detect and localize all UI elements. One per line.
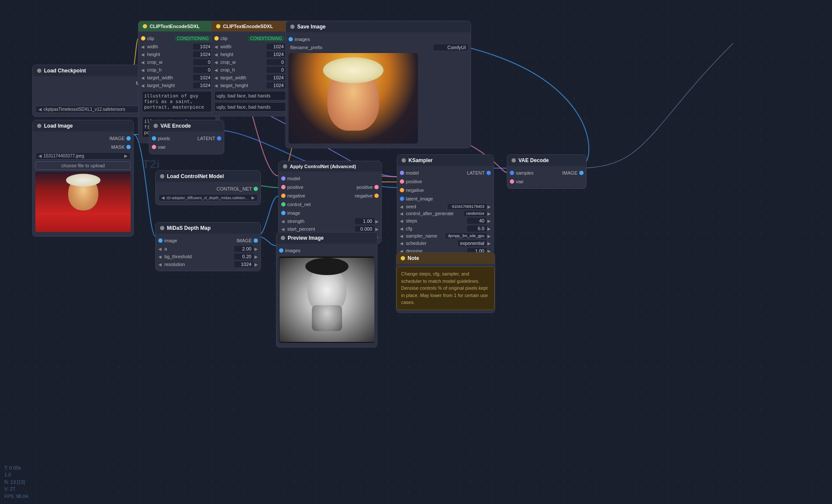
- filename-prefix-label: filename_prefix: [289, 45, 433, 50]
- checkpoint-filename: ckptpaxTimelessxlSDXL1_v12.safetensors: [44, 107, 151, 112]
- clip-output-label: CLIP: [35, 89, 153, 94]
- pixels-label: pixels: [158, 136, 186, 141]
- controlnet-filename: t2i-adapter_diffusers_xl_depth_midas.saf…: [166, 196, 250, 200]
- targetw-field-left: ◀ target_width 1024 ▶: [138, 74, 220, 81]
- filename-prefix-row: filename_prefix ComfyUI: [286, 44, 471, 51]
- note-dot: [401, 256, 405, 260]
- vae-encode-node: VAE Encode pixels LATENT vae: [149, 120, 224, 154]
- load-image-dot: [37, 124, 41, 128]
- save-image-title: Save Image: [297, 24, 326, 30]
- note-body: Change steps, cfg, sampler, and schedule…: [396, 264, 495, 313]
- model-output-label: MODEL: [35, 81, 153, 86]
- vae-output-label: VAE: [35, 98, 153, 103]
- vae-input-dot: [152, 145, 156, 149]
- t2i-label: T2i: [142, 157, 160, 171]
- preview-image-title: Preview Image: [288, 235, 323, 241]
- apply-controlnet-header: Apply ControlNet (Advanced): [279, 161, 381, 172]
- vae-decode-title: VAE Decode: [518, 157, 549, 163]
- load-checkpoint-title: Load Checkpoint: [44, 68, 86, 74]
- vae-decode-body: samples IMAGE vae: [507, 166, 586, 188]
- stat-line1: 1.0: [4, 471, 28, 479]
- seed-field: ◀ seed 610417069179453 ▶: [397, 203, 493, 210]
- image-out-label: IMAGE: [35, 136, 125, 141]
- save-image-dot: [290, 25, 295, 29]
- clip-left-clip-label: clip: [147, 36, 173, 41]
- width-left-label: width: [145, 44, 192, 49]
- vae-encode-body: pixels LATENT vae: [149, 131, 224, 154]
- height-field-left: ◀ height 1024 ▶: [138, 50, 220, 58]
- height-left-value: 1024: [193, 51, 213, 57]
- acn-image-row: image: [279, 209, 381, 217]
- ks-negative-row: negative: [397, 186, 493, 194]
- load-image-node: Load Image IMAGE MASK ◀ 1531174403377.jp…: [32, 120, 134, 237]
- targeth-field-right: ◀ target_height 1024 ▶: [212, 81, 293, 89]
- ksampler-title: KSampler: [408, 157, 433, 163]
- clip-encode-right-header: CLIPTextEncodeSDXL: [212, 21, 293, 31]
- preview-image-node: Preview Image images: [276, 232, 377, 347]
- latent-out-label: LATENT: [188, 136, 216, 141]
- steps-field: ◀ steps 40 ▶: [397, 217, 493, 225]
- clip-right-input-row: clip CONDITIONING: [212, 34, 293, 43]
- image-filename: 1531174403377.jpeg: [44, 153, 122, 158]
- height-left-label: height: [145, 52, 192, 57]
- width-left-arrow-l: ◀: [141, 44, 144, 49]
- midas-image-row: image IMAGE: [156, 236, 261, 245]
- ksampler-node: KSampler model LATENT positive negative …: [397, 154, 494, 258]
- vae-label: vae: [158, 144, 221, 150]
- latent-out-dot: [217, 136, 221, 141]
- ksampler-dot: [402, 158, 406, 163]
- load-image-header: Load Image: [33, 120, 133, 131]
- controlnet-file-selector[interactable]: ◀ t2i-adapter_diffusers_xl_depth_midas.s…: [158, 194, 258, 201]
- mask-output-row: MASK: [33, 143, 133, 151]
- cropw-field-left: ◀ crop_w 0 ▶: [138, 58, 220, 66]
- acn-positive-row: positive positive: [279, 183, 381, 191]
- width-field-left: ◀ width 1024 ▶: [138, 43, 220, 50]
- upload-button[interactable]: choose file to upload: [35, 161, 131, 170]
- control-net-out-dot: [254, 187, 258, 191]
- load-controlnet-title: Load ControlNet Model: [167, 173, 224, 179]
- vae-encode-header: VAE Encode: [149, 120, 224, 131]
- clip-encode-left-header: CLIPTextEncodeSDXL: [138, 21, 220, 31]
- vd-samples-row: samples IMAGE: [507, 169, 586, 177]
- images-input-row: images: [286, 35, 471, 44]
- vd-vae-row: vae: [507, 177, 586, 186]
- image-output-row: IMAGE: [33, 134, 133, 143]
- vae-encode-dot: [154, 124, 158, 128]
- sampler-name-field: ◀ sampler_name dpmpp_3m_sde_gpu ▶: [397, 232, 493, 239]
- bg-threshold-field: ◀ bg_threshold 0.20 ▶: [156, 253, 261, 260]
- conditioning-badge-left: CONDITIONING: [175, 36, 211, 41]
- note-header: Note: [396, 253, 495, 264]
- clip-encode-right-node: CLIPTextEncodeSDXL clip CONDITIONING ◀ w…: [211, 21, 293, 116]
- stats-panel: T: 0.00s 1.0 N: 13 [13] V: 27 FPS: 98.04: [4, 464, 28, 500]
- resolution-field: ◀ resolution 1024 ▶: [156, 260, 261, 268]
- mask-out-dot: [126, 145, 131, 149]
- save-image-body: images filename_prefix ComfyUI: [286, 32, 471, 148]
- load-image-title: Load Image: [44, 123, 73, 129]
- positive-text-1[interactable]: illustration of guy fieri as a saint, po…: [142, 91, 216, 112]
- depth-map-preview: [279, 257, 374, 343]
- save-image-header: Save Image: [286, 21, 471, 32]
- acn-model-row: model: [279, 174, 381, 183]
- ks-latent-row: latent_image: [397, 194, 493, 203]
- clip-encode-right-body: clip CONDITIONING ◀ width 1024 ▶ ◀ heigh…: [212, 31, 293, 116]
- clip-left-input-row: clip CONDITIONING: [138, 34, 220, 43]
- control-net-out-label: CONTROL_NET: [158, 186, 252, 191]
- ks-model-row: model LATENT: [397, 169, 493, 177]
- apply-controlnet-node: Apply ControlNet (Advanced) model positi…: [278, 161, 382, 244]
- filename-prefix-value: ComfyUI: [433, 44, 468, 50]
- height-field-right: ◀ height 1024 ▶: [212, 50, 293, 58]
- preview-image-dot: [281, 236, 285, 240]
- width-field-right: ◀ width 1024 ▶: [212, 43, 293, 50]
- load-controlnet-body: CONTROL_NET ◀ t2i-adapter_diffusers_xl_d…: [156, 182, 261, 205]
- clip-right-clip-label: clip: [220, 36, 246, 41]
- image-file-selector[interactable]: ◀ 1531174403377.jpeg ▶: [35, 152, 131, 160]
- croph-field-left: ◀ crop_h 0 ▶: [138, 66, 220, 74]
- stat-line2: N: 13 [13]: [4, 479, 28, 486]
- midas-depth-body: image IMAGE ◀ a 2.00 ▶ ◀ bg_threshold 0.…: [156, 234, 261, 271]
- load-controlnet-node: Load ControlNet Model CONTROL_NET ◀ t2i-…: [155, 170, 261, 205]
- cropw-field-right: ◀ crop_w 0 ▶: [212, 58, 293, 66]
- width-left-value: 1024: [193, 44, 213, 50]
- midas-depth-node: MiDaS Depth Map image IMAGE ◀ a 2.00 ▶ ◀…: [155, 222, 261, 271]
- save-image-node: Save Image images filename_prefix ComfyU…: [286, 21, 471, 148]
- targeth-field-left: ◀ target_height 1024 ▶: [138, 81, 220, 89]
